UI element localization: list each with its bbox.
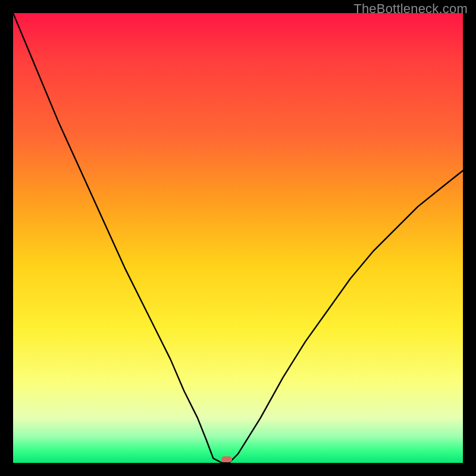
- watermark-text: TheBottleneck.com: [353, 1, 468, 17]
- chart-gradient-background: [13, 13, 463, 463]
- chart-frame: TheBottleneck.com: [0, 0, 476, 476]
